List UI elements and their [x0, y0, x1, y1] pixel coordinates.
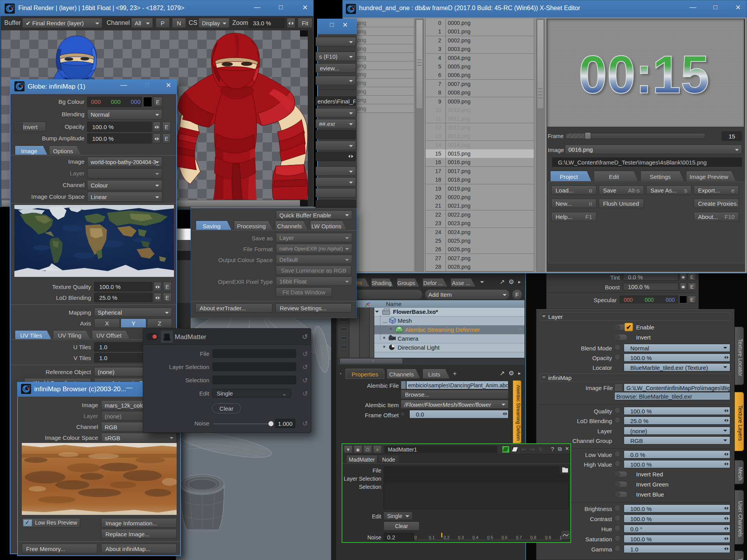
svg-text:ABC: ABC: [397, 330, 402, 333]
svg-text:00:15: 00:15: [579, 44, 709, 101]
